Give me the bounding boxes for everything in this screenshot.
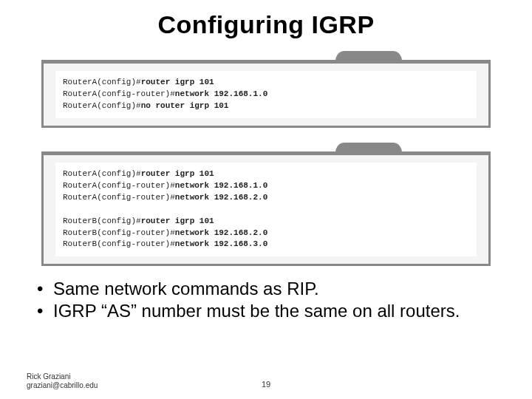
bullet-item: Same network commands as RIP.: [37, 278, 505, 300]
terminal-tab: [335, 51, 402, 61]
terminal-tab-bar: [41, 48, 491, 61]
terminal-output: RouterA(config)#router igrp 101RouterA(c…: [55, 163, 477, 257]
terminal-tab-bar: [41, 140, 491, 153]
terminal-tab: [335, 143, 402, 153]
terminal-frame: RouterA(config)#router igrp 101RouterA(c…: [41, 153, 491, 267]
terminal-output: RouterA(config)#router igrp 101RouterA(c…: [55, 71, 477, 118]
footer-author: Rick Graziani graziani@cabrillo.edu: [27, 372, 98, 390]
author-name: Rick Graziani: [27, 372, 70, 381]
slide: Configuring IGRP RouterA(config)#router …: [0, 0, 532, 399]
terminal-frame: RouterA(config)#router igrp 101RouterA(c…: [41, 61, 491, 128]
author-email: graziani@cabrillo.edu: [27, 381, 98, 389]
terminal-block-1: RouterA(config)#router igrp 101RouterA(c…: [41, 48, 491, 128]
bullet-item: IGRP “AS” number must be the same on all…: [37, 300, 505, 322]
terminal-block-2: RouterA(config)#router igrp 101RouterA(c…: [41, 140, 491, 267]
page-number: 19: [262, 380, 270, 389]
bullet-list: Same network commands as RIP. IGRP “AS” …: [27, 278, 505, 322]
page-title: Configuring IGRP: [27, 10, 505, 39]
